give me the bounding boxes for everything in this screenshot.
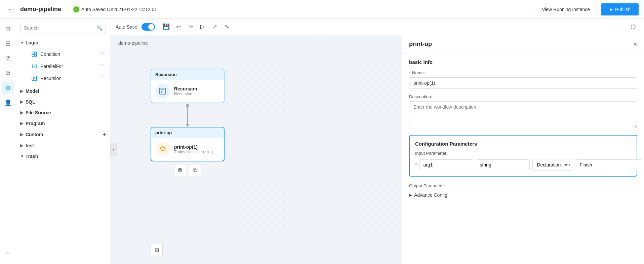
print-op-node-body: print-op(1) Trains classifier using ... [151, 138, 224, 161]
category-custom[interactable]: ▶ Custom + [16, 129, 110, 140]
param-declaration-select[interactable]: Declaration [533, 159, 569, 170]
param-declaration-wrapper: Declaration ▾ [532, 159, 573, 171]
canvas-expand-button[interactable]: ⊞ [151, 244, 163, 256]
print-op-icon-circle [155, 142, 170, 157]
description-textarea[interactable] [409, 101, 637, 128]
collapse-panel-button[interactable]: ‹ [110, 143, 117, 156]
print-op-node-name: print-op(1) [174, 144, 217, 150]
autosave-label: Auto Save [116, 24, 137, 30]
config-section-title: Configuration Parameters [415, 141, 631, 147]
item-recursion[interactable]: Recursion ⠿⠿ [16, 72, 110, 84]
print-op-icon [159, 145, 167, 153]
export-button-1[interactable]: ⤢ [210, 22, 219, 32]
filesource-label: File Source [26, 110, 106, 115]
recursion-node-info: Recursion Recursion [174, 86, 197, 96]
declaration-dropdown-icon: ▾ [569, 163, 573, 167]
name-field-group: * Name: [409, 70, 637, 89]
program-label: Program [26, 121, 106, 126]
print-op-node[interactable]: print-op print-op(1) Trains classifier u… [151, 127, 225, 161]
top-header: ← demo-pipeline Auto Saved On2021-01-22 … [0, 0, 644, 19]
recursion-node[interactable]: Recursion Recursion Recursion [151, 69, 225, 103]
strip-icon-stack[interactable]: ⧉ [2, 67, 14, 79]
custom-add-button[interactable]: + [103, 131, 106, 138]
export-button-2[interactable]: ⤡ [222, 22, 232, 32]
item-parallelfor[interactable]: ParallelFor ⠿⠿ [16, 60, 110, 72]
strip-icon-user[interactable]: 👤 [2, 97, 14, 109]
autosave-status: Auto Saved On2021-01-22 14:12:01 [73, 6, 157, 12]
svg-rect-3 [35, 54, 37, 56]
input-param-label: Input Parameter: [415, 151, 631, 156]
right-panel-body: basic info * Name: Description: [402, 54, 644, 264]
canvas-label: demo-pipeline [118, 40, 148, 46]
category-logic[interactable]: ▼ Logic [16, 37, 110, 48]
strip-icon-settings[interactable]: ⚙ [2, 82, 14, 94]
custom-arrow: ▶ [20, 132, 26, 137]
node-action-bar: 🗑 ⧉ [174, 164, 201, 176]
param-type-input[interactable] [476, 159, 530, 170]
advance-config-toggle[interactable]: ▶ Advance Config [409, 190, 637, 200]
test-label: test [26, 143, 106, 148]
description-field-group: Description: [409, 94, 637, 129]
autosave-toggle[interactable] [142, 23, 155, 31]
node-copy-button[interactable]: ⧉ [189, 164, 201, 176]
param-name-input[interactable] [419, 159, 473, 170]
category-trash[interactable]: ▼ Trash [16, 151, 110, 162]
condition-icon [31, 51, 38, 58]
name-label: * Name: [409, 70, 637, 75]
param-finish-input[interactable] [576, 159, 642, 170]
publish-button[interactable]: ➤ Publish [601, 3, 639, 15]
search-icon: 🔍 [96, 25, 102, 31]
category-filesource[interactable]: ▶ File Source [16, 107, 110, 118]
connector-line [187, 107, 188, 124]
recursion-drag[interactable]: ⠿⠿ [100, 76, 106, 81]
sql-arrow: ▶ [20, 100, 26, 104]
print-op-node-header: print-op [151, 127, 224, 138]
program-arrow: ▶ [20, 121, 26, 126]
connector-dot-top [186, 104, 189, 107]
category-sql[interactable]: ▶ SQL [16, 97, 110, 107]
recursion-node-header: Recursion [151, 69, 224, 80]
recursion-node-icon-circle [155, 84, 170, 99]
logic-section: ▼ Logic Condition ⠿⠿ ParallelFor ⠿⠿ [16, 36, 110, 86]
search-input[interactable] [24, 25, 96, 31]
flow-connector [186, 103, 190, 127]
category-test[interactable]: ▶ test [16, 140, 110, 151]
back-button[interactable]: ← [5, 4, 16, 15]
name-required-star: * [409, 70, 411, 75]
advance-arrow-icon: ▶ [409, 193, 412, 197]
logic-label: Logic [26, 40, 106, 45]
right-panel-header: print-op × [402, 35, 644, 54]
parallelfor-drag[interactable]: ⠿⠿ [100, 64, 106, 69]
view-running-button[interactable]: View Running Instance [535, 4, 597, 15]
connector-arrow [186, 124, 190, 127]
print-op-node-desc: Trains classifier using ... [174, 150, 217, 154]
trash-label: Trash [26, 154, 106, 159]
item-condition[interactable]: Condition ⠿⠿ [16, 48, 110, 60]
name-input[interactable] [409, 77, 637, 89]
svg-rect-0 [32, 52, 34, 54]
canvas-area: demo-pipeline ‹ Recursion [110, 35, 402, 264]
svg-rect-2 [32, 54, 34, 56]
redo-button[interactable]: ↪ [186, 22, 195, 32]
undo-button[interactable]: ↩ [174, 22, 183, 32]
advance-config-label: Advance Config [414, 192, 447, 198]
recursion-node-body: Recursion Recursion [151, 80, 224, 103]
condition-drag[interactable]: ⠿⠿ [100, 52, 106, 56]
close-panel-button[interactable]: × [633, 40, 637, 48]
svg-rect-1 [35, 52, 37, 54]
save-button[interactable]: 💾 [162, 22, 171, 32]
play-button[interactable]: ▷ [198, 22, 207, 32]
category-program[interactable]: ▶ Program [16, 118, 110, 129]
settings-icon[interactable]: ⬡ [628, 22, 639, 32]
flow-container: Recursion Recursion Recursion [151, 69, 225, 176]
category-model[interactable]: ▶ Model [16, 86, 110, 97]
param-row: * Declaration ▾ [415, 159, 631, 171]
node-delete-button[interactable]: 🗑 [174, 164, 186, 176]
strip-icon-list[interactable]: ☰ [2, 38, 14, 50]
strip-icon-menu[interactable]: ≡ [2, 248, 14, 260]
strip-icon-flask[interactable]: ⚗ [2, 52, 14, 65]
recursion-label: Recursion [40, 76, 100, 81]
strip-icon-grid[interactable]: ⊞ [2, 23, 14, 35]
right-panel: print-op × basic info * Name: Descriptio… [402, 35, 644, 264]
output-param-label: Output Parameter: [409, 182, 637, 190]
